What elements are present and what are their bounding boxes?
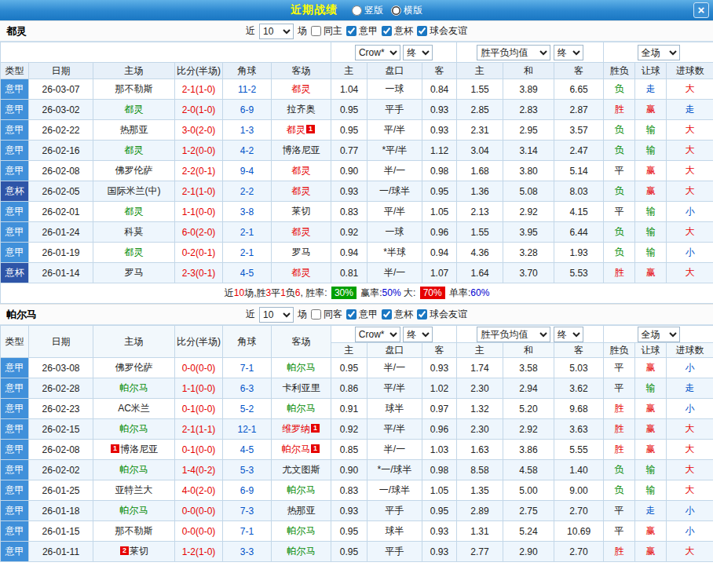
column-header: 主 [331,63,367,79]
same-venue-checkbox[interactable] [311,26,321,36]
cell-l: 5.03 [554,358,604,378]
friendly-checkbox[interactable] [417,26,427,36]
horizontal-radio[interactable] [391,5,401,16]
games-count-select[interactable]: 10 [259,307,294,323]
scope-select[interactable]: 全场 [638,45,680,60]
cell-away: 卡利亚里 [272,378,331,399]
filter-same-venue[interactable]: 同客 [311,308,342,321]
games-count-select[interactable]: 10 [259,24,294,39]
column-header: 让球 [635,343,667,358]
cell-type: 意甲 [1,141,29,161]
vertical-radio[interactable] [352,5,362,16]
match-row: 意甲26-03-02都灵2-0(1-0)6-9拉齐奥0.95平手0.932.85… [1,100,713,120]
bookmaker-select[interactable]: Crow* [355,327,400,342]
friendly-checkbox[interactable] [417,309,427,320]
window-title: 近期战绩 [291,3,338,17]
bookmaker-select[interactable]: Crow* [355,45,400,60]
cell-w: 1.74 [457,358,503,378]
column-header: 日期 [29,326,93,358]
handicap-final-select[interactable]: 终 [403,327,433,342]
league-checkbox[interactable] [346,26,356,36]
cell-score: 0-0(0-0) [175,521,223,542]
cell-l: 1.40 [554,460,604,480]
friendly-label: 球会友谊 [430,308,467,321]
cell-date: 26-03-07 [29,79,93,100]
cell-w: 1.31 [457,521,503,542]
cell-l: 5.53 [554,263,604,283]
cell-corner: 6-3 [223,378,272,399]
cell-corner: 2-1 [223,243,272,263]
cup-checkbox[interactable] [382,309,392,320]
summary-part: 大: [401,287,419,298]
cell-res: 负 [604,480,635,501]
close-button[interactable]: × [693,2,709,18]
layout-radio-horizontal[interactable]: 横版 [391,4,422,17]
scope-select[interactable]: 全场 [638,327,680,342]
summary-part: 10 [234,287,244,298]
column-header: 客场 [272,326,331,358]
handicap-final-select[interactable]: 终 [403,45,433,60]
cell-h: 0.94 [331,243,367,263]
red-card-badge: 1 [311,444,320,453]
cell-line: 一球 [367,222,422,243]
cell-corner: 2-1 [223,222,272,243]
same-venue-checkbox[interactable] [311,309,321,320]
cell-corner: 7-3 [223,501,272,521]
cell-line: 半/一 [367,263,422,283]
filters-bar-parma: 近 10 场 同客 意甲 意杯 球会友谊 [246,307,467,323]
cup-checkbox[interactable] [382,26,392,36]
cell-h: 0.91 [331,399,367,419]
column-header: 主场 [93,326,175,358]
cell-d: 2.92 [503,419,554,440]
cell-score: 2-3(0-1) [175,263,223,283]
avg-final-select[interactable]: 终 [554,327,583,342]
cell-hcp: 走 [635,79,667,100]
column-header: 盘口 [367,343,422,358]
same-venue-label: 同主 [324,24,342,38]
filter-cup[interactable]: 意杯 [382,308,413,321]
cell-l: 1.93 [554,243,604,263]
cell-h: 0.95 [331,120,367,141]
cell-type: 意甲 [1,460,29,480]
cell-corner: 1-3 [223,120,272,141]
filter-friendly[interactable]: 球会友谊 [417,308,467,321]
same-venue-label: 同客 [324,308,342,321]
avg-odds-select[interactable]: 胜平负均值 [477,327,550,342]
layout-radio-vertical[interactable]: 竖版 [352,4,383,17]
cell-hcp: 输 [635,120,667,141]
match-row: 意甲26-02-15帕尔马2-1(1-1)12-1维罗纳10.92平/半0.96… [1,419,713,440]
cell-type: 意甲 [1,521,29,542]
filter-league[interactable]: 意甲 [346,24,378,38]
column-header: 比分(半场) [175,326,223,358]
cell-corner: 6-9 [223,480,272,501]
summary-part: 6 [295,287,301,298]
avg-odds-select[interactable]: 胜平负均值 [477,45,550,60]
cell-w: 1.32 [457,399,503,419]
cell-date: 26-01-24 [29,222,93,243]
cell-line: 球半 [367,399,422,419]
filter-league[interactable]: 意甲 [346,308,378,321]
cell-a: 1.03 [422,440,457,460]
cell-type: 意甲 [1,100,29,120]
cell-a: 0.93 [422,100,457,120]
avg-final-select[interactable]: 终 [554,45,583,60]
column-header: 客 [422,343,457,358]
cell-home: 热那亚 [93,120,175,141]
filter-same-venue[interactable]: 同主 [311,24,342,38]
summary-part: 30% [331,287,356,299]
filter-friendly[interactable]: 球会友谊 [417,24,467,38]
cell-line: 平/半 [367,378,422,399]
filter-cup[interactable]: 意杯 [382,24,413,38]
cell-ou: 大 [667,79,713,100]
summary-part: 负 [286,287,295,298]
cell-hcp: 输 [635,243,667,263]
cell-d: 5.20 [503,399,554,419]
match-row: 意甲26-02-22热那亚3-0(2-0)1-3都灵10.95平/半0.932.… [1,120,713,141]
cell-hcp: 赢 [635,161,667,181]
handicap-controls: Crow* 终 [331,326,457,343]
cell-away: 帕尔马 [272,399,331,419]
cell-d: 3.95 [503,222,554,243]
cell-score: 2-1(1-0) [175,181,223,202]
cell-home: 亚特兰大 [93,480,175,501]
league-checkbox[interactable] [346,309,356,320]
